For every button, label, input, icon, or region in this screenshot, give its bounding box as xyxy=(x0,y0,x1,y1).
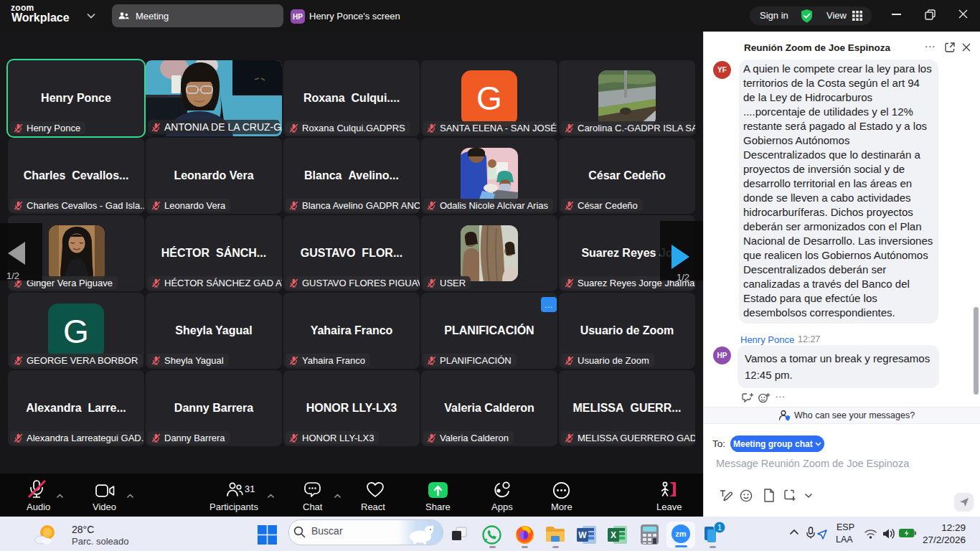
svg-text:X: X xyxy=(611,530,616,540)
svg-text:W: W xyxy=(578,530,587,540)
svg-text:1: 1 xyxy=(717,523,722,532)
